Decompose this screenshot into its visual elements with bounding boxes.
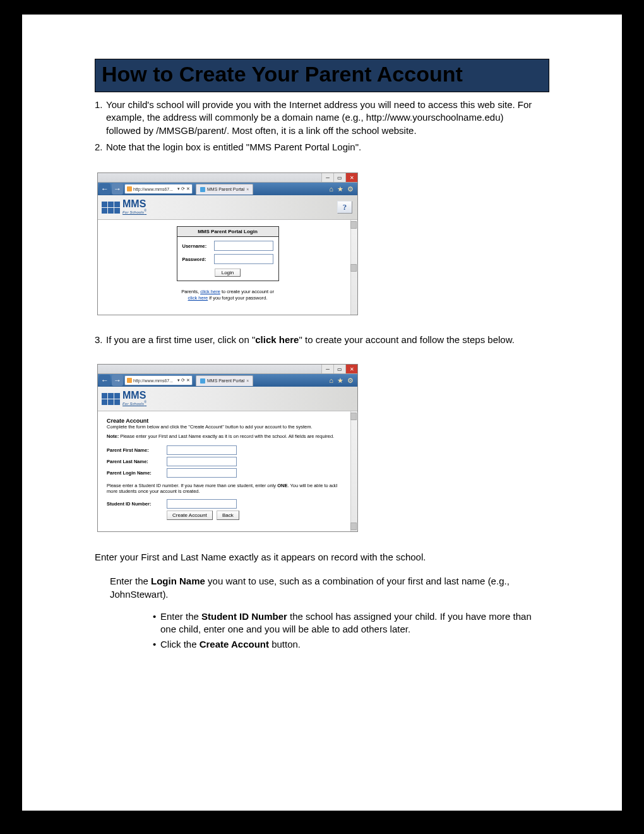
bullet-list: Enter the Student ID Number the school h… (128, 610, 549, 651)
login-box: MMS Parent Portal Login Username: Passwo… (177, 226, 279, 281)
screenshot-create-account: ─ ▭ ✕ ← → http://www.mms67... ▾ ⟳ ✕ MMS … (97, 364, 358, 532)
help-button[interactable]: ? (337, 201, 352, 214)
student-id-label: Student ID Number: (107, 501, 167, 507)
home-icon[interactable]: ⌂ (329, 377, 333, 385)
portal-content: Create Account Complete the form below a… (98, 411, 357, 531)
back-button[interactable]: ← (99, 183, 110, 195)
browser-toolbar: ← → http://www.mms67... ▾ ⟳ ✕ MMS Parent… (98, 183, 357, 195)
body-paragraph-1: Enter your First and Last Name exactly a… (95, 551, 549, 564)
address-bar[interactable]: http://www.mms67... ▾ ⟳ ✕ (124, 375, 193, 385)
forward-button[interactable]: → (112, 183, 123, 195)
create-account-sub: Complete the form below and click the "C… (107, 424, 349, 430)
back-button[interactable]: ← (99, 375, 110, 386)
back-button[interactable]: Back (217, 511, 239, 520)
step-3-text-post: " to create your account and follow the … (299, 334, 514, 345)
home-icon[interactable]: ⌂ (329, 185, 333, 193)
step-3: 3. If you are a first time user, click o… (95, 334, 549, 345)
window-close-button[interactable]: ✕ (345, 173, 357, 182)
step-2: 2. Note that the login box is entitled "… (95, 141, 549, 154)
password-label: Password: (182, 257, 212, 262)
portal-content: MMS Parent Portal Login Username: Passwo… (98, 220, 357, 315)
username-label: Username: (182, 243, 212, 249)
window-min-button[interactable]: ─ (321, 173, 333, 182)
create-account-form: Create Account Complete the form below a… (104, 418, 351, 520)
first-name-label: Parent First Name: (107, 447, 167, 453)
login-name-label: Parent Login Name: (107, 470, 167, 476)
screenshot-login: ─ ▭ ✕ ← → http://www.mms67... ▾ ⟳ ✕ MMS … (97, 172, 358, 315)
note-text: Please enter your First and Last Name ex… (119, 433, 334, 439)
portal-header: MMS For Schools® (98, 387, 357, 411)
create-account-link[interactable]: click here (200, 289, 220, 294)
forward-button[interactable]: → (112, 375, 123, 386)
window-max-button[interactable]: ▭ (333, 173, 345, 182)
page-title: How to Create Your Parent Account (102, 62, 542, 87)
stop-icon[interactable]: ✕ (186, 186, 190, 191)
scrollbar[interactable] (350, 411, 357, 531)
username-input[interactable] (214, 241, 273, 251)
step-2-text: Note that the login box is entitled "MMS… (106, 141, 537, 154)
document-page: How to Create Your Parent Account 1. You… (19, 11, 625, 814)
step-1: 1. Your child's school will provide you … (95, 99, 549, 137)
create-account-button[interactable]: Create Account (167, 511, 213, 520)
logo-grid-icon (102, 393, 120, 405)
login-name-input[interactable] (167, 468, 237, 478)
window-close-button[interactable]: ✕ (345, 365, 357, 373)
portal-header: MMS For Schools® ? (98, 195, 357, 220)
step-3-bold: click here (255, 334, 299, 345)
tab-favicon (200, 378, 205, 384)
browser-toolbar: ← → http://www.mms67... ▾ ⟳ ✕ MMS Parent… (98, 374, 357, 387)
last-name-input[interactable] (167, 457, 237, 466)
browser-tab[interactable]: MMS Parent Portal × (196, 184, 253, 195)
step-3-text-pre: If you are a first time user, click on " (106, 334, 255, 345)
refresh-icon[interactable]: ⟳ (181, 378, 185, 383)
mms-logo: MMS For Schools® (102, 392, 146, 406)
favorites-icon[interactable]: ★ (337, 185, 343, 193)
logo-subtitle: For Schools® (122, 208, 146, 214)
student-id-input[interactable] (167, 499, 237, 509)
site-icon (127, 378, 132, 383)
site-icon (127, 186, 132, 191)
tab-close-icon[interactable]: × (246, 187, 249, 191)
tab-favicon (200, 187, 205, 192)
logo-subtitle: For Schools® (122, 400, 146, 406)
mms-logo: MMS For Schools® (102, 200, 146, 214)
settings-icon[interactable]: ⚙ (347, 377, 354, 385)
password-input[interactable] (214, 254, 273, 264)
last-name-label: Parent Last Name: (107, 459, 167, 464)
window-max-button[interactable]: ▭ (333, 365, 345, 373)
window-title-bar: ─ ▭ ✕ (98, 173, 357, 183)
tab-close-icon[interactable]: × (246, 378, 249, 383)
note-label: Note: (107, 433, 119, 439)
settings-icon[interactable]: ⚙ (347, 185, 354, 193)
favorites-icon[interactable]: ★ (337, 377, 343, 385)
title-bar: How to Create Your Parent Account (95, 59, 549, 92)
address-bar[interactable]: http://www.mms67... ▾ ⟳ ✕ (124, 184, 193, 194)
browser-tab[interactable]: MMS Parent Portal × (196, 375, 253, 386)
stop-icon[interactable]: ✕ (186, 378, 190, 383)
logo-grid-icon (102, 202, 120, 214)
window-title-bar: ─ ▭ ✕ (98, 365, 357, 374)
scrollbar[interactable] (350, 220, 357, 315)
forgot-password-link[interactable]: click here (188, 295, 208, 301)
login-helper-links: Parents, click here to create your accou… (104, 289, 351, 301)
bullet-student-id: Enter the Student ID Number the school h… (153, 610, 549, 636)
step-1-text: Your child's school will provide you wit… (106, 99, 537, 137)
login-button[interactable]: Login (215, 269, 241, 277)
window-min-button[interactable]: ─ (321, 365, 333, 373)
step-list: 1. Your child's school will provide you … (95, 99, 549, 154)
bullet-create-account: Click the Create Account button. (153, 638, 549, 651)
refresh-icon[interactable]: ⟳ (181, 186, 185, 191)
create-account-heading: Create Account (107, 418, 349, 424)
body-paragraph-2: Enter the Login Name you want to use, su… (110, 575, 549, 601)
login-title: MMS Parent Portal Login (177, 227, 278, 237)
first-name-input[interactable] (167, 445, 237, 455)
